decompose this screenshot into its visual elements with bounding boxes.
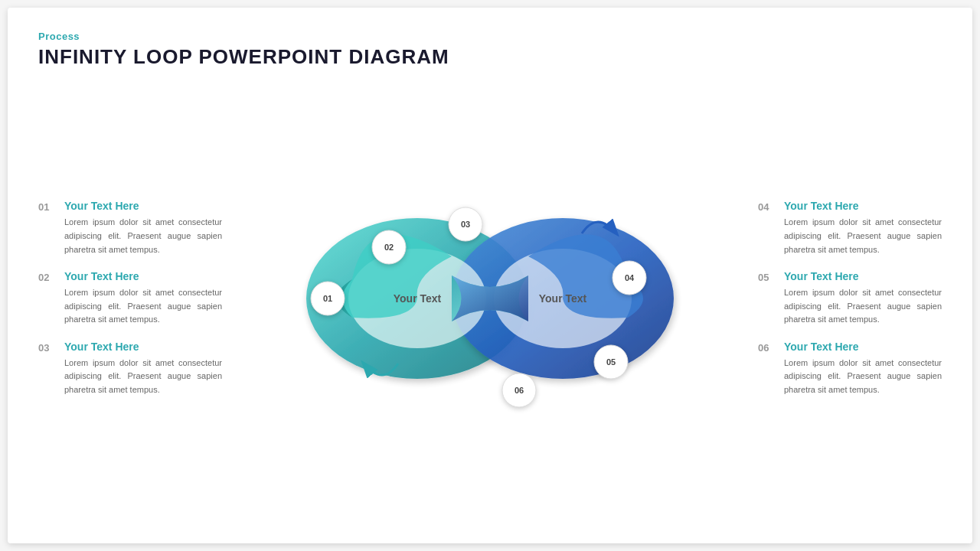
- page-title: INFINITY LOOP POWERPOINT DIAGRAM: [38, 45, 942, 69]
- item-number: 03: [38, 342, 57, 354]
- item-number: 04: [758, 201, 776, 213]
- node-05-label: 05: [606, 357, 616, 367]
- category-label: Process: [38, 31, 942, 42]
- content-area: 01 Your Text Here Lorem ipsum dolor sit …: [38, 84, 942, 513]
- list-item: 01 Your Text Here Lorem ipsum dolor sit …: [38, 200, 222, 256]
- item-desc: Lorem ipsum dolor sit amet consectetur a…: [784, 286, 942, 327]
- right-center-text: Your Text: [539, 292, 587, 305]
- right-items-panel: 04 Your Text Here Lorem ipsum dolor sit …: [758, 200, 942, 396]
- item-number: 01: [38, 201, 57, 213]
- item-number: 05: [758, 272, 776, 283]
- item-content: Your Text Here Lorem ipsum dolor sit ame…: [784, 341, 942, 397]
- list-item: 06 Your Text Here Lorem ipsum dolor sit …: [758, 341, 942, 397]
- item-number: 06: [758, 342, 776, 354]
- node-01-label: 01: [323, 294, 332, 303]
- item-content: Your Text Here Lorem ipsum dolor sit ame…: [64, 200, 222, 256]
- left-items-panel: 01 Your Text Here Lorem ipsum dolor sit …: [38, 200, 222, 396]
- infinity-diagram: Your Text Your Text 01 02 03 04 05: [276, 153, 704, 444]
- item-title: Your Text Here: [64, 270, 222, 282]
- node-02-label: 02: [384, 243, 394, 252]
- item-title: Your Text Here: [64, 341, 222, 353]
- item-number: 02: [38, 272, 57, 283]
- item-desc: Lorem ipsum dolor sit amet consectetur a…: [64, 286, 222, 327]
- item-title: Your Text Here: [784, 341, 942, 353]
- item-content: Your Text Here Lorem ipsum dolor sit ame…: [784, 200, 942, 256]
- node-06-label: 06: [514, 386, 524, 395]
- item-title: Your Text Here: [784, 270, 942, 282]
- list-item: 02 Your Text Here Lorem ipsum dolor sit …: [38, 270, 222, 327]
- item-content: Your Text Here Lorem ipsum dolor sit ame…: [64, 270, 222, 327]
- item-desc: Lorem ipsum dolor sit amet consectetur a…: [64, 357, 222, 397]
- center-diagram: Your Text Your Text 01 02 03 04 05: [222, 153, 758, 444]
- item-title: Your Text Here: [784, 200, 942, 212]
- left-center-text: Your Text: [394, 292, 442, 305]
- item-desc: Lorem ipsum dolor sit amet consectetur a…: [784, 357, 942, 397]
- node-03-label: 03: [461, 220, 470, 229]
- item-desc: Lorem ipsum dolor sit amet consectetur a…: [64, 216, 222, 256]
- list-item: 04 Your Text Here Lorem ipsum dolor sit …: [758, 200, 942, 256]
- list-item: 03 Your Text Here Lorem ipsum dolor sit …: [38, 341, 222, 397]
- list-item: 05 Your Text Here Lorem ipsum dolor sit …: [758, 270, 942, 327]
- node-04-label: 04: [625, 273, 635, 282]
- item-content: Your Text Here Lorem ipsum dolor sit ame…: [784, 270, 942, 327]
- item-title: Your Text Here: [64, 200, 222, 212]
- slide: Process INFINITY LOOP POWERPOINT DIAGRAM…: [8, 8, 972, 543]
- item-desc: Lorem ipsum dolor sit amet consectetur a…: [784, 216, 942, 256]
- item-content: Your Text Here Lorem ipsum dolor sit ame…: [64, 341, 222, 397]
